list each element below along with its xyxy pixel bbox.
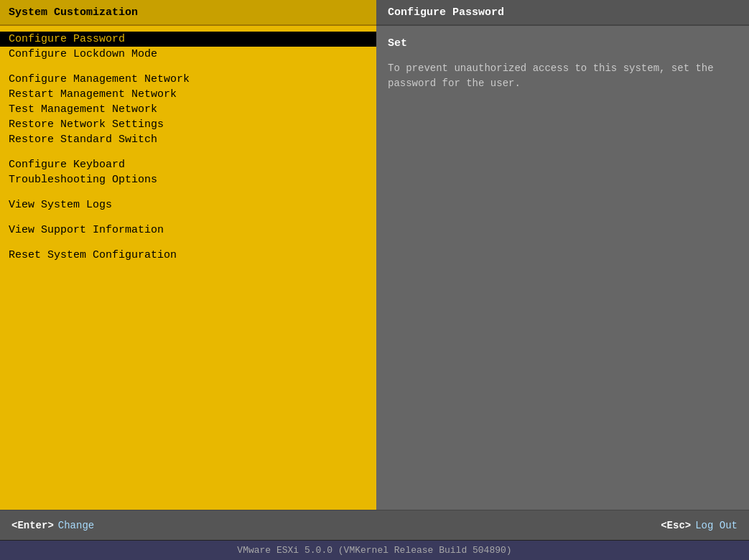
system-customization-label: System Customization [9, 6, 138, 19]
menu-item-configure-lockdown-mode[interactable]: Configure Lockdown Mode [0, 47, 376, 62]
menu-item-test-management-network[interactable]: Test Management Network [0, 102, 376, 117]
menu-item-configure-management-network[interactable]: Configure Management Network [0, 72, 376, 87]
action-bar: <Enter> Change <Esc> Log Out [0, 510, 749, 540]
enter-action[interactable]: <Enter> Change [11, 520, 94, 531]
detail-panel: Set To prevent unauthorized access to th… [376, 26, 749, 510]
right-panel-title: Configure Password [376, 0, 749, 26]
menu-item-reset-system-configuration[interactable]: Reset System Configuration [0, 248, 376, 263]
menu-item-restore-standard-switch[interactable]: Restore Standard Switch [0, 132, 376, 147]
menu-panel: Configure PasswordConfigure Lockdown Mod… [0, 26, 376, 510]
detail-title: Set [388, 37, 738, 50]
esc-key: <Esc> [661, 520, 691, 531]
footer-text: VMware ESXi 5.0.0 (VMKernel Release Buil… [237, 545, 511, 556]
menu-item-view-system-logs[interactable]: View System Logs [0, 197, 376, 213]
menu-spacer [0, 213, 376, 223]
enter-key: <Enter> [11, 520, 54, 531]
menu-item-configure-keyboard[interactable]: Configure Keyboard [0, 157, 376, 172]
menu-item-troubleshooting-options[interactable]: Troubleshooting Options [0, 172, 376, 187]
menu-spacer [0, 62, 376, 72]
menu-item-restore-network-settings[interactable]: Restore Network Settings [0, 117, 376, 132]
left-panel-title: System Customization [0, 0, 376, 26]
esc-action[interactable]: <Esc> Log Out [661, 520, 738, 531]
menu-item-configure-password[interactable]: Configure Password [0, 32, 376, 47]
footer: VMware ESXi 5.0.0 (VMKernel Release Buil… [0, 540, 749, 560]
menu-spacer [0, 238, 376, 248]
menu-spacer [0, 147, 376, 157]
menu-spacer [0, 187, 376, 197]
esc-label: Log Out [695, 520, 738, 531]
enter-label: Change [58, 520, 94, 531]
menu-item-restart-management-network[interactable]: Restart Management Network [0, 87, 376, 102]
menu-item-view-support-information[interactable]: View Support Information [0, 223, 376, 238]
detail-description: To prevent unauthorized access to this s… [388, 61, 738, 91]
configure-password-label: Configure Password [388, 6, 504, 19]
